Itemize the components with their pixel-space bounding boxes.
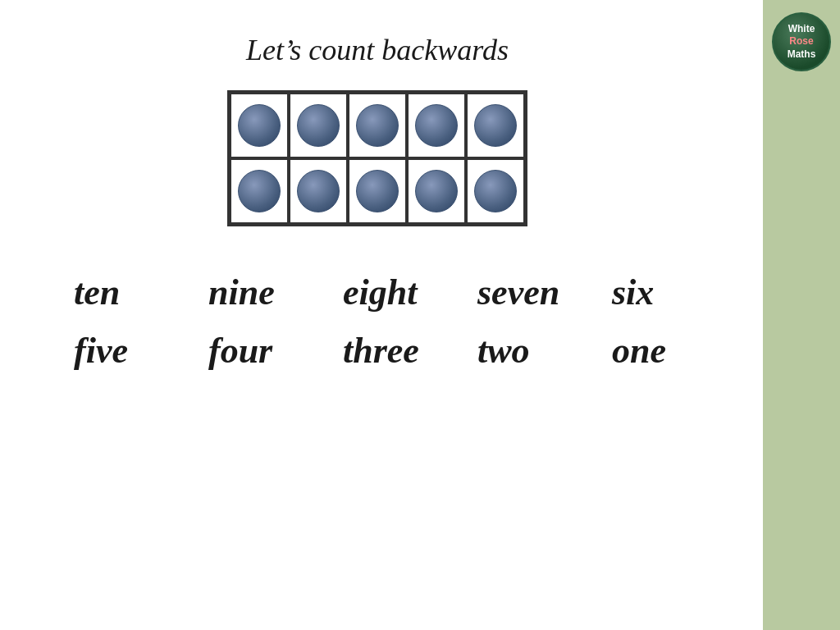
word-seven: seven	[469, 272, 604, 313]
dot	[238, 170, 281, 212]
word-eight: eight	[335, 272, 469, 313]
word-nine: nine	[200, 272, 335, 313]
word-four: four	[200, 330, 335, 372]
dot-cell	[289, 158, 348, 224]
dot	[474, 170, 517, 212]
dot	[415, 104, 458, 147]
word-three: three	[335, 330, 469, 372]
dot-cell	[289, 93, 348, 158]
dot	[356, 104, 399, 147]
dot-cell	[407, 93, 466, 158]
word-six: six	[604, 272, 738, 313]
dot	[356, 170, 399, 212]
page-title: Let’s count backwards	[246, 33, 509, 67]
main-content: Let’s count backwards ten nine eight sev…	[0, 0, 763, 630]
word-five: five	[66, 330, 200, 372]
dot-cell	[348, 158, 407, 224]
dot	[297, 170, 340, 212]
dot	[238, 104, 281, 147]
dot	[415, 170, 458, 212]
logo-line3: Maths	[788, 48, 816, 62]
dot-cell	[230, 93, 289, 158]
logo: White Rose Maths	[772, 12, 831, 71]
logo-line2: Rose	[789, 35, 813, 48]
word-two: two	[469, 330, 604, 372]
word-one: one	[604, 330, 738, 372]
word-ten: ten	[66, 272, 200, 313]
dot-cell	[466, 93, 525, 158]
dot	[297, 104, 340, 147]
dot-cell	[230, 158, 289, 224]
dot-grid	[227, 90, 527, 226]
logo-line1: White	[788, 23, 815, 36]
number-grid: ten nine eight seven six five four three…	[66, 263, 738, 372]
dot-cell	[466, 158, 525, 224]
dot-cell	[407, 158, 466, 224]
dot	[474, 104, 517, 147]
sidebar: White Rose Maths	[763, 0, 840, 630]
dot-cell	[348, 93, 407, 158]
